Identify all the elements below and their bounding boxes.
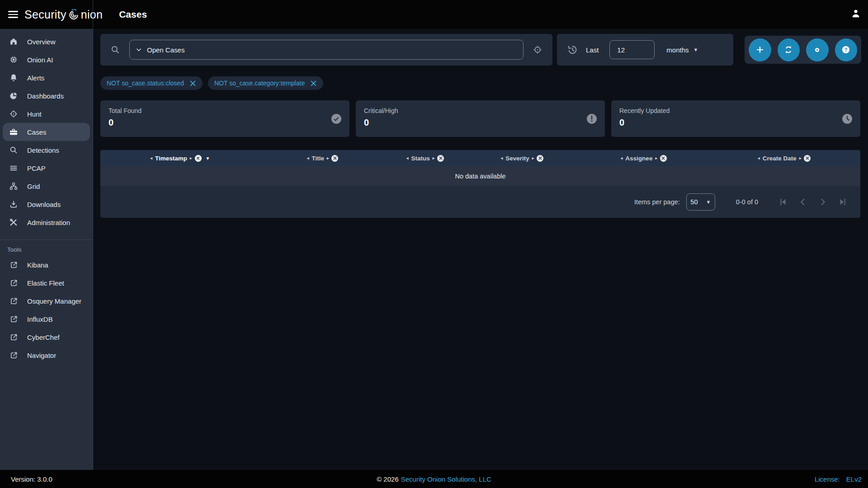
sidebar-item-cases[interactable]: Cases (3, 123, 90, 141)
sidebar-item-onion-ai[interactable]: Onion AI (3, 51, 90, 69)
pager-controls (778, 197, 848, 207)
pagination-range: 0-0 of 0 (736, 198, 758, 206)
chevron-down-icon[interactable] (135, 46, 142, 53)
sidebar: Overview Onion AI Alerts Dashboards Hunt (0, 29, 93, 470)
previous-page-button[interactable] (798, 197, 808, 207)
sidebar-tool-elastic-fleet[interactable]: Elastic Fleet (3, 274, 90, 292)
column-header-title[interactable]: ◂ Title ▸ (260, 155, 385, 162)
sidebar-item-dashboards[interactable]: Dashboards (3, 87, 90, 105)
column-header-severity[interactable]: ◂ Severity ▸ (465, 155, 579, 162)
magnifier-icon (8, 145, 19, 155)
time-range-unit[interactable]: months (666, 46, 689, 54)
sidebar-divider (93, 0, 93, 470)
move-column-right-icon[interactable]: ▸ (532, 156, 534, 160)
column-header-assignee[interactable]: ◂ Assignee ▸ (579, 155, 708, 162)
add-case-button[interactable] (749, 38, 771, 61)
remove-column-icon[interactable] (537, 155, 543, 162)
brand-text-suffix: nion (81, 8, 103, 21)
remove-column-icon[interactable] (660, 155, 667, 162)
items-per-page-select[interactable]: 50 ▼ (686, 193, 715, 211)
last-page-button[interactable] (838, 197, 848, 207)
help-button[interactable]: ? (835, 38, 858, 61)
copyright: © 2026Security Onion Solutions, LLC (377, 475, 491, 483)
footer: Version: 3.0.0 © 2026Security Onion Solu… (0, 470, 868, 488)
user-icon[interactable] (850, 8, 862, 19)
move-column-left-icon[interactable]: ◂ (621, 156, 623, 160)
move-column-left-icon[interactable]: ◂ (307, 156, 309, 160)
version-text: Version: 3.0.0 (11, 475, 52, 483)
first-page-button[interactable] (778, 197, 788, 207)
move-column-left-icon[interactable]: ◂ (151, 156, 153, 160)
svg-text:?: ? (844, 47, 848, 52)
tools-section-header: Tools (0, 240, 93, 256)
next-page-button[interactable] (818, 197, 828, 207)
move-column-right-icon[interactable]: ▸ (655, 156, 657, 160)
sidebar-tool-cyberchef[interactable]: CyberChef (3, 328, 90, 346)
last-page-icon (838, 197, 848, 207)
top-bar: Security nion Cases (0, 0, 868, 29)
history-icon (567, 44, 578, 55)
move-column-left-icon[interactable]: ◂ (406, 156, 409, 160)
target-icon[interactable] (533, 45, 542, 55)
onion-logo-icon (67, 8, 80, 21)
pagination-bar: Items per page: 50 ▼ 0-0 of 0 (100, 186, 860, 218)
chevron-left-icon (798, 197, 808, 207)
filter-chip-label: NOT so_case.category:template (214, 80, 305, 87)
remove-filter-icon[interactable] (310, 80, 317, 87)
sidebar-tool-osquery-manager[interactable]: Osquery Manager (3, 292, 90, 310)
remove-column-icon[interactable] (437, 155, 444, 162)
move-column-right-icon[interactable]: ▸ (799, 156, 802, 160)
sidebar-item-pcap[interactable]: PCAP (3, 159, 90, 177)
sidebar-item-alerts[interactable]: Alerts (3, 69, 90, 87)
column-header-timestamp[interactable]: ◂ Timestamp ▸ ▼ (100, 155, 260, 162)
sidebar-item-grid[interactable]: Grid (3, 177, 90, 195)
chevron-right-icon (818, 197, 828, 207)
first-page-icon (778, 197, 788, 207)
sidebar-item-hunt[interactable]: Hunt (3, 105, 90, 123)
sidebar-tool-influxdb[interactable]: InfluxDB (3, 310, 90, 328)
remove-column-icon[interactable] (804, 155, 811, 162)
license-value-link[interactable]: ELv2 (846, 475, 862, 483)
remove-filter-icon[interactable] (189, 80, 196, 87)
sidebar-tool-navigator[interactable]: Navigator (3, 346, 90, 364)
search-query-box (129, 40, 524, 60)
external-link-icon (8, 297, 19, 305)
sort-descending-icon[interactable]: ▼ (206, 156, 210, 161)
download-icon (8, 200, 19, 209)
move-column-right-icon[interactable]: ▸ (190, 156, 192, 160)
time-range-label: Last (586, 46, 599, 54)
page-title: Cases (119, 9, 147, 20)
company-link[interactable]: Security Onion Solutions, LLC (401, 475, 491, 483)
search-panel (100, 34, 552, 66)
refresh-button[interactable] (778, 38, 800, 61)
question-icon: ? (841, 45, 851, 55)
remove-column-icon[interactable] (195, 155, 202, 162)
time-range-value-input[interactable] (609, 40, 655, 59)
remove-column-icon[interactable] (331, 155, 338, 162)
sidebar-tool-kibana[interactable]: Kibana (3, 256, 90, 274)
clock-icon (841, 113, 853, 125)
column-header-create-date[interactable]: ◂ Create Date ▸ (708, 155, 860, 162)
sidebar-item-detections[interactable]: Detections (3, 141, 90, 159)
move-column-right-icon[interactable]: ▸ (433, 156, 435, 160)
copyright-prefix: © 2026 (377, 475, 399, 483)
time-range-panel: Last months ▼ (557, 34, 733, 66)
move-column-right-icon[interactable]: ▸ (327, 156, 329, 160)
list-icon (8, 164, 19, 173)
filter-chip: NOT so_case.status:closed (100, 76, 203, 90)
items-per-page-label: Items per page: (634, 198, 680, 206)
filter-chip: NOT so_case.category:template (208, 76, 324, 90)
search-icon[interactable] (110, 45, 120, 55)
search-input[interactable] (147, 46, 518, 54)
menu-icon[interactable] (8, 11, 18, 18)
brand-logo[interactable]: Security nion (24, 8, 103, 21)
time-unit-dropdown-icon[interactable]: ▼ (693, 47, 698, 52)
sidebar-item-downloads[interactable]: Downloads (3, 195, 90, 213)
plus-icon (755, 45, 765, 55)
move-column-left-icon[interactable]: ◂ (501, 156, 503, 160)
sidebar-item-administration[interactable]: Administration (3, 213, 90, 231)
move-column-left-icon[interactable]: ◂ (758, 156, 760, 160)
sidebar-item-overview[interactable]: Overview (3, 33, 90, 51)
column-header-status[interactable]: ◂ Status ▸ (385, 155, 465, 162)
settings-button[interactable] (806, 38, 829, 61)
